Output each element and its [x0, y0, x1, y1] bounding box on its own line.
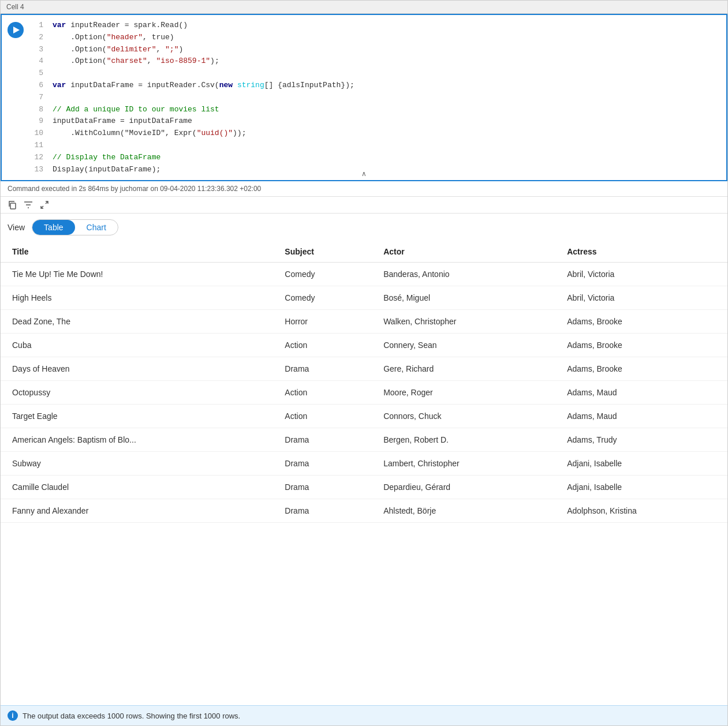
- table-cell: Adolphson, Kristina: [555, 499, 727, 523]
- table-row: Target EagleActionConnors, ChuckAdams, M…: [1, 405, 727, 428]
- table-cell: Fanny and Alexander: [1, 499, 273, 523]
- table-cell: Comedy: [273, 286, 372, 310]
- output-toolbar: [1, 197, 727, 214]
- table-cell: Octopussy: [1, 381, 273, 405]
- col-title: Title: [1, 241, 273, 263]
- code-area: 12345 678910 111213 var inputReader = sp…: [1, 14, 727, 181]
- table-cell: Adjani, Isabelle: [555, 452, 727, 476]
- view-toggle-group: Table Chart: [32, 219, 118, 235]
- table-cell: Bosé, Miguel: [372, 286, 555, 310]
- table-tab[interactable]: Table: [32, 220, 74, 235]
- filter-icon[interactable]: [24, 200, 33, 209]
- table-cell: Moore, Roger: [372, 381, 555, 405]
- info-icon: i: [8, 710, 18, 721]
- table-cell: Adjani, Isabelle: [555, 476, 727, 499]
- code-editor[interactable]: 12345 678910 111213 var inputReader = sp…: [29, 15, 726, 180]
- table-cell: Abril, Victoria: [555, 263, 727, 286]
- table-row: SubwayDramaLambert, ChristopherAdjani, I…: [1, 452, 727, 476]
- table-cell: Adams, Brooke: [555, 357, 727, 381]
- table-cell: Target Eagle: [1, 405, 273, 428]
- table-row: Tie Me Up! Tie Me Down!ComedyBanderas, A…: [1, 263, 727, 286]
- view-label: View: [8, 223, 25, 232]
- table-cell: Camille Claudel: [1, 476, 273, 499]
- notebook-cell: Cell 4 12345 678910 111213 var inputRead…: [0, 0, 728, 726]
- table-cell: Ahlstedt, Börje: [372, 499, 555, 523]
- table-cell: Depardieu, Gérard: [372, 476, 555, 499]
- table-cell: Cuba: [1, 334, 273, 357]
- table-row: High HeelsComedyBosé, MiguelAbril, Victo…: [1, 286, 727, 310]
- table-cell: Tie Me Up! Tie Me Down!: [1, 263, 273, 286]
- table-body: Tie Me Up! Tie Me Down!ComedyBanderas, A…: [1, 263, 727, 523]
- clear-icon[interactable]: [40, 200, 49, 209]
- table-row: CubaActionConnery, SeanAdams, Brooke: [1, 334, 727, 357]
- table-row: Dead Zone, TheHorrorWalken, ChristopherA…: [1, 310, 727, 334]
- table-row: American Angels: Baptism of Blo...DramaB…: [1, 428, 727, 452]
- table-row: Days of HeavenDramaGere, RichardAdams, B…: [1, 357, 727, 381]
- run-button-container: [2, 15, 29, 180]
- table-cell: Drama: [273, 452, 372, 476]
- table-cell: Drama: [273, 357, 372, 381]
- table-cell: Action: [273, 381, 372, 405]
- table-cell: Abril, Victoria: [555, 286, 727, 310]
- table-header: Title Subject Actor Actress: [1, 241, 727, 263]
- table-cell: Adams, Brooke: [555, 334, 727, 357]
- table-cell: Drama: [273, 428, 372, 452]
- table-cell: Gere, Richard: [372, 357, 555, 381]
- table-row: Fanny and AlexanderDramaAhlstedt, BörjeA…: [1, 499, 727, 523]
- table-cell: Bergen, Robert D.: [372, 428, 555, 452]
- col-subject: Subject: [273, 241, 372, 263]
- collapse-button[interactable]: ∧: [361, 170, 367, 178]
- chart-tab[interactable]: Chart: [75, 220, 118, 235]
- view-toggle-row: View Table Chart: [1, 214, 727, 241]
- footer-bar: i The output data exceeds 1000 rows. Sho…: [1, 705, 727, 725]
- table-row: OctopussyActionMoore, RogerAdams, Maud: [1, 381, 727, 405]
- table-cell: Lambert, Christopher: [372, 452, 555, 476]
- line-numbers: 12345 678910 111213: [29, 20, 53, 175]
- table-cell: Drama: [273, 476, 372, 499]
- cell-title: Cell 4: [6, 3, 24, 11]
- table-cell: Horror: [273, 310, 372, 334]
- cell-header: Cell 4: [1, 1, 727, 14]
- table-cell: Action: [273, 405, 372, 428]
- table-cell: Adams, Maud: [555, 405, 727, 428]
- table-cell: Adams, Brooke: [555, 310, 727, 334]
- table-cell: American Angels: Baptism of Blo...: [1, 428, 273, 452]
- output-area: View Table Chart Title Subject Actor Act…: [1, 197, 727, 725]
- data-table: Title Subject Actor Actress Tie Me Up! T…: [1, 241, 727, 523]
- col-actress: Actress: [555, 241, 727, 263]
- table-cell: Adams, Trudy: [555, 428, 727, 452]
- table-cell: Connery, Sean: [372, 334, 555, 357]
- copy-icon[interactable]: [8, 200, 17, 209]
- table-cell: Banderas, Antonio: [372, 263, 555, 286]
- table-cell: Connors, Chuck: [372, 405, 555, 428]
- table-cell: Action: [273, 334, 372, 357]
- table-cell: Subway: [1, 452, 273, 476]
- table-cell: Drama: [273, 499, 372, 523]
- table-cell: High Heels: [1, 286, 273, 310]
- table-cell: Adams, Maud: [555, 381, 727, 405]
- table-cell: Walken, Christopher: [372, 310, 555, 334]
- code-lines: var inputReader = spark.Read() .Option("…: [53, 20, 726, 175]
- col-actor: Actor: [372, 241, 555, 263]
- footer-message: The output data exceeds 1000 rows. Showi…: [23, 712, 240, 720]
- table-row: Camille ClaudelDramaDepardieu, GérardAdj…: [1, 476, 727, 499]
- table-cell: Days of Heaven: [1, 357, 273, 381]
- data-table-section: Title Subject Actor Actress Tie Me Up! T…: [1, 241, 727, 705]
- table-cell: Dead Zone, The: [1, 310, 273, 334]
- status-text: Command executed in 2s 864ms by juchomar…: [8, 185, 261, 193]
- run-button[interactable]: [8, 22, 24, 38]
- execution-status: Command executed in 2s 864ms by juchomar…: [1, 181, 727, 197]
- svg-rect-0: [10, 203, 16, 209]
- table-cell: Comedy: [273, 263, 372, 286]
